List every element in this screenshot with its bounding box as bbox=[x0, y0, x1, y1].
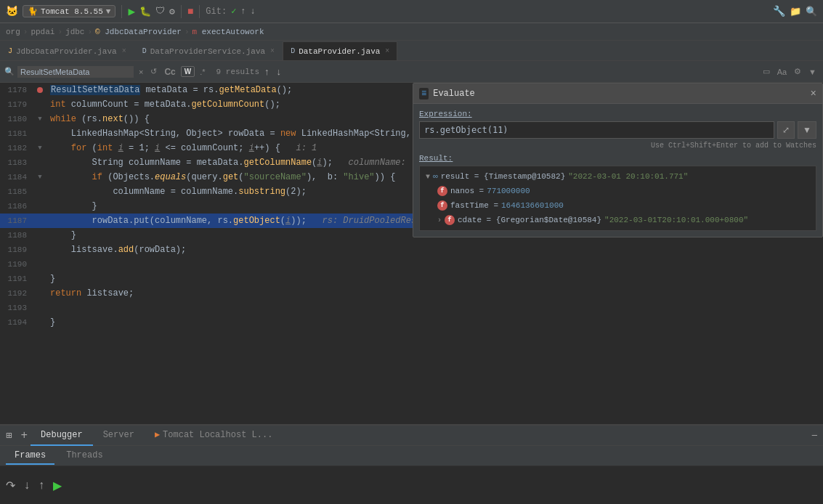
run-icon[interactable]: ▶ bbox=[128, 4, 135, 19]
line-code-1184: if (Objects.equals(query.get("sourceName… bbox=[47, 172, 395, 182]
debug-resume-btn[interactable]: ▶ bbox=[53, 479, 62, 492]
line-code-1179: int columnCount = metaData.getColumnCoun… bbox=[47, 99, 280, 110]
breadcrumb-ppdai[interactable]: ppdai bbox=[31, 28, 54, 36]
bottom-panel-add-icon[interactable]: + bbox=[17, 429, 31, 442]
debug-step-into-btn[interactable]: ↓ bbox=[24, 479, 30, 492]
evaluate-expression-input[interactable] bbox=[419, 121, 774, 139]
search-down-btn[interactable]: ↓ bbox=[275, 65, 284, 78]
tab-data-provider[interactable]: D DataProvider.java × bbox=[283, 41, 397, 60]
run-with-icon[interactable]: ⚙ bbox=[169, 6, 175, 17]
app-logo-icon: 🐱 bbox=[6, 5, 18, 17]
line-num-1190: 1190 bbox=[0, 260, 33, 269]
sub-tab-threads-label: Threads bbox=[66, 450, 102, 460]
fold-1182[interactable]: ▼ bbox=[38, 145, 41, 152]
search-bar: 🔍 × ↺ Cc W .* 9 results ↑ ↓ ▭ Aa ⚙ ▼ bbox=[0, 61, 823, 83]
evaluate-expand-btn[interactable]: ⤢ bbox=[777, 121, 795, 139]
bottom-tab-debugger[interactable]: Debugger bbox=[31, 426, 93, 446]
evaluate-dropdown-btn[interactable]: ▼ bbox=[798, 121, 816, 139]
result-cdate-value: "2022-03-01T20:10:01.000+0800" bbox=[604, 216, 748, 224]
debug-icon[interactable]: 🐛 bbox=[139, 6, 151, 17]
line-num-1193: 1193 bbox=[0, 304, 33, 312]
git-check-icon[interactable]: ✓ bbox=[231, 6, 236, 17]
search-case-btn[interactable]: Cc bbox=[162, 65, 177, 78]
bottom-tab-debugger-label: Debugger bbox=[41, 430, 83, 440]
line-num-1178: 1178 bbox=[0, 86, 33, 94]
fold-1184[interactable]: ▼ bbox=[38, 174, 41, 181]
bottom-minimize-icon[interactable]: — bbox=[812, 431, 817, 441]
bottom-tab-server[interactable]: Server bbox=[93, 426, 145, 446]
code-line-1191: 1191 } bbox=[0, 272, 823, 286]
search-input[interactable] bbox=[17, 66, 134, 78]
editor-tabs: J JdbcDataProvider.java × D DataProvider… bbox=[0, 41, 823, 61]
coverage-icon[interactable]: 🛡 bbox=[155, 6, 165, 17]
evaluate-title: Evaluate bbox=[433, 89, 806, 99]
git-arrow-up-icon[interactable]: ↑ bbox=[240, 7, 246, 17]
breadcrumb: org › ppdai › jdbc › © JdbcDataProvider … bbox=[0, 23, 823, 41]
line-num-1183: 1183 bbox=[0, 158, 33, 167]
debug-step-over-btn[interactable]: ↷ bbox=[6, 479, 15, 492]
line-num-1182: 1182 bbox=[0, 144, 33, 153]
search-icon: 🔍 bbox=[4, 67, 15, 76]
line-code-1190 bbox=[47, 259, 55, 269]
tomcat-icon: 🐈 bbox=[28, 7, 38, 16]
line-code-1183: String columnName = metaData.getColumnNa… bbox=[47, 158, 432, 168]
result-cdate-expand[interactable]: › bbox=[437, 216, 442, 224]
breadcrumb-sep-4: › bbox=[185, 28, 190, 36]
search-prev-in-file-btn[interactable]: ↺ bbox=[148, 65, 159, 78]
wrench-icon[interactable]: 🔧 bbox=[773, 5, 785, 17]
search-filter-btn[interactable]: ▼ bbox=[806, 66, 819, 78]
evaluate-expression-label: Expression: bbox=[419, 110, 816, 118]
git-arrow-down-icon[interactable]: ↓ bbox=[251, 7, 256, 17]
search-word-btn[interactable]: W bbox=[181, 66, 195, 77]
tab-close-3[interactable]: × bbox=[385, 47, 389, 55]
search-options-btn[interactable]: ⚙ bbox=[792, 65, 803, 78]
evaluate-header: ≡ Evaluate × bbox=[413, 84, 822, 104]
code-line-1189: 1189 listsave.add(rowData); bbox=[0, 243, 823, 257]
tab-close-2[interactable]: × bbox=[270, 47, 275, 55]
search-toolbar-icon[interactable]: 🔍 bbox=[806, 6, 817, 17]
breadcrumb-method[interactable]: m exectAutowork bbox=[192, 28, 264, 36]
result-cdate-row: › f cdate = {Gregorian$Date@10584} "2022… bbox=[423, 213, 813, 227]
gutter-1184: ▼ bbox=[33, 174, 47, 181]
result-root-expand[interactable]: ▼ bbox=[426, 173, 430, 181]
line-code-1182: for (int i = 1; i <= columnCount; i++) {… bbox=[47, 143, 317, 153]
bottom-panel-toggle-icon[interactable]: ⊞ bbox=[0, 429, 17, 442]
line-code-1194: } bbox=[47, 317, 55, 328]
line-num-1189: 1189 bbox=[0, 245, 33, 254]
breadcrumb-jdbc[interactable]: jdbc bbox=[65, 28, 84, 36]
line-num-1185: 1185 bbox=[0, 187, 33, 196]
search-up-btn[interactable]: ↑ bbox=[262, 65, 272, 78]
evaluate-panel: ≡ Evaluate × Expression: ⤢ ▼ Use Ctrl+Sh… bbox=[413, 83, 823, 237]
search-preserve-case-btn[interactable]: Aa bbox=[775, 66, 789, 78]
fold-1180[interactable]: ▼ bbox=[38, 115, 41, 123]
debug-step-out-btn[interactable]: ↑ bbox=[38, 479, 44, 492]
sub-tab-threads[interactable]: Threads bbox=[57, 447, 111, 465]
tab-close-1[interactable]: × bbox=[122, 47, 126, 55]
tomcat-selector[interactable]: 🐈 Tomcat 8.5.55 ▼ bbox=[23, 5, 115, 17]
bottom-tab-tomcat[interactable]: ▶ Tomcat Localhost L... bbox=[145, 426, 283, 446]
breadcrumb-class[interactable]: © JdbcDataProvider bbox=[95, 28, 182, 36]
result-nanos-icon: f bbox=[437, 186, 447, 196]
gutter-1182: ▼ bbox=[33, 145, 47, 152]
evaluate-hint: Use Ctrl+Shift+Enter to add to Watches bbox=[419, 142, 816, 150]
breakpoint-1178[interactable] bbox=[37, 87, 43, 93]
stop-icon[interactable]: ■ bbox=[187, 6, 193, 17]
search-clear-btn[interactable]: × bbox=[137, 66, 145, 78]
result-fasttime-key: fastTime = bbox=[450, 201, 498, 210]
search-in-selection-btn[interactable]: ▭ bbox=[761, 65, 772, 78]
evaluate-close-btn[interactable]: × bbox=[811, 88, 816, 99]
tab-icon-2: D bbox=[142, 47, 147, 55]
line-num-1186: 1186 bbox=[0, 202, 33, 211]
search-regex-btn[interactable]: .* bbox=[198, 66, 207, 78]
line-num-1192: 1192 bbox=[0, 289, 33, 298]
code-line-1190: 1190 bbox=[0, 257, 823, 272]
sub-tab-frames[interactable]: Frames bbox=[6, 447, 54, 465]
breadcrumb-sep-3: › bbox=[87, 28, 92, 36]
breadcrumb-org[interactable]: org bbox=[6, 28, 20, 36]
breadcrumb-sep-2: › bbox=[57, 28, 62, 36]
folder-icon[interactable]: 📁 bbox=[790, 6, 801, 17]
line-code-1189: listsave.add(rowData); bbox=[47, 245, 186, 255]
tab-jdbc-data-provider[interactable]: J JdbcDataProvider.java × bbox=[0, 41, 134, 60]
tab-data-provider-service[interactable]: D DataProviderService.java × bbox=[134, 41, 283, 60]
line-num-1187: 1187 bbox=[0, 216, 33, 225]
